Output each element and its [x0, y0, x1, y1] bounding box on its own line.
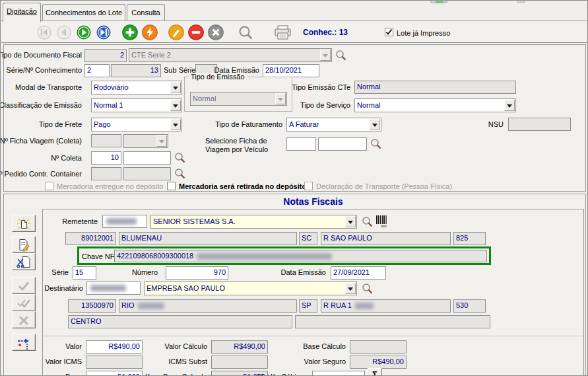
nsu-field[interactable] [508, 118, 571, 131]
remove-button[interactable] [188, 24, 203, 40]
nav-prev-button[interactable] [57, 25, 72, 40]
conhecimento-numero-field[interactable]: 13 [111, 64, 161, 77]
tab-digitacao[interactable]: Digitação [3, 3, 41, 22]
confirm-all-button[interactable] [12, 294, 36, 311]
destinatario-code-field[interactable] [86, 282, 141, 295]
coleta-desc-field[interactable] [123, 151, 171, 165]
valor-field[interactable]: R$490,00 [86, 340, 143, 354]
tab-conhecimentos-label: Conhecimentos do Lote [46, 9, 122, 17]
modal-transporte-combo[interactable]: Rodoviário [91, 81, 182, 94]
destinatario-endereco-field[interactable]: R RUA 1 [321, 299, 451, 313]
barcode-icon: ooc [376, 215, 389, 228]
valor-seguro-field[interactable]: R$490,00 [350, 356, 407, 369]
add-button[interactable] [122, 24, 137, 40]
destinatario-bairro-field[interactable]: CENTRO [68, 315, 292, 328]
destinatario-nome: EMPRESA SAO PAULO [147, 284, 344, 293]
tipo-emissao-cte-field[interactable]: Normal [354, 81, 516, 94]
sum-button[interactable]: Σ [368, 368, 382, 376]
search-button[interactable] [238, 24, 253, 40]
metros-cubicos-field[interactable] [312, 371, 365, 376]
mercadoria-entregue-checkbox[interactable] [45, 182, 53, 190]
cancel-button[interactable] [208, 24, 223, 40]
classificacao-emissao-combo[interactable]: Normal 1 [91, 98, 182, 112]
tipo-documento-fiscal-combo[interactable]: CTE Serie 2 [129, 48, 332, 62]
tipo-faturamento-combo[interactable]: A Faturar [286, 118, 381, 132]
serie-field[interactable]: 2 [84, 64, 110, 77]
remetente-combo[interactable]: SENIOR SISTEMAS S.A. [150, 215, 357, 229]
coleta-lookup-button[interactable] [174, 152, 186, 164]
pedido-container-field[interactable] [123, 167, 171, 180]
n-coleta-field[interactable]: 10 [91, 151, 121, 165]
pedido-container-code-field[interactable] [91, 167, 121, 180]
toolbar: Conhec.: 13 Lote já Impresso [1, 20, 587, 43]
base-calculo-field[interactable] [350, 340, 407, 354]
remetente-lookup-button[interactable] [362, 216, 374, 228]
declaracao-transporte-checkbox[interactable] [304, 182, 313, 190]
ficha-veiculo-field[interactable] [318, 137, 367, 151]
ficha-viagem-combo[interactable] [123, 134, 168, 148]
barcode-button[interactable]: ooc [376, 215, 387, 227]
valor-seguro-value: R$490,00 [372, 357, 404, 365]
mercadoria-retirada-checkbox[interactable] [167, 182, 176, 190]
chave-nfe-field[interactable]: 4221098068009300018 [114, 250, 487, 262]
edit-nota-button[interactable] [12, 236, 36, 253]
ficha-veiculo-lookup-button[interactable] [370, 138, 382, 150]
metros-cubicos-label: Metros Cúbicos [257, 373, 308, 376]
valor-icms-field[interactable] [86, 356, 143, 369]
valor-calculo-field[interactable]: R$490,00 [211, 340, 268, 354]
remetente-cidade-field[interactable]: BLUMENAU [119, 232, 297, 245]
transfer-button[interactable] [12, 334, 36, 351]
destinatario-complemento-field[interactable] [295, 315, 490, 328]
destinatario-cep-field[interactable]: 13500970 [68, 299, 116, 313]
destinatario-combo[interactable]: EMPRESA SAO PAULO [144, 282, 357, 295]
remetente-endereco-field[interactable]: R SAO PAULO [321, 232, 451, 245]
destinatario-lookup-button[interactable] [362, 283, 374, 295]
destinatario-cidade-field[interactable]: RIO [119, 299, 297, 313]
execute-button[interactable] [142, 24, 157, 40]
data-emissao-field[interactable]: 28/10/2021 [263, 64, 319, 77]
print-button[interactable] [273, 25, 293, 40]
search-icon [362, 216, 374, 228]
cutoff-button-fragment-2 [517, 1, 525, 3]
nf-data-emissao-value: 27/09/2021 [333, 268, 370, 276]
nav-last-button[interactable] [96, 25, 112, 40]
nav-first-button[interactable] [37, 25, 52, 40]
tipo-frete-combo[interactable]: Pago [91, 118, 182, 132]
tipo-documento-lookup-button[interactable] [335, 50, 347, 61]
mercadoria-entregue-label: Mercadoria entregue no depósito [57, 182, 163, 191]
nf-serie-label: Série [51, 268, 69, 277]
destinatario-numero-field[interactable]: 530 [453, 299, 486, 313]
remetente-code-field[interactable] [102, 215, 147, 228]
search-icon [174, 168, 186, 180]
tab-consulta[interactable]: Consulta [127, 4, 165, 21]
destinatario-uf-field[interactable]: SP [299, 299, 317, 313]
nav-next-button[interactable] [77, 25, 92, 40]
ficha-veiculo-code-field[interactable] [286, 137, 316, 151]
tab-conhecimentos-do-lote[interactable]: Conhecimentos do Lote [42, 4, 125, 21]
tipo-emissao-combo[interactable]: Normal [190, 92, 287, 106]
conhec-count: Conhec.: 13 [303, 28, 348, 37]
remetente-cep-field[interactable]: 89012001 [65, 232, 116, 245]
check-icon [16, 280, 31, 293]
cancel-nota-button[interactable] [12, 311, 36, 328]
tipo-documento-fiscal-code-field[interactable]: 2 [84, 49, 127, 62]
nf-numero-field[interactable]: 970 [166, 266, 228, 280]
confirm-button[interactable] [12, 277, 36, 294]
edit-button[interactable] [168, 24, 183, 40]
nf-serie-value: 15 [75, 268, 83, 276]
remetente-numero-field[interactable]: 825 [453, 232, 486, 245]
tipo-servico-combo[interactable]: Normal [354, 98, 516, 112]
pedido-container-lookup-button[interactable] [174, 168, 186, 180]
nf-serie-field[interactable]: 15 [73, 266, 96, 280]
tipo-emissao-cte-value: Normal [357, 83, 380, 91]
cut-nota-button[interactable] [12, 253, 36, 270]
lote-impresso-checkbox[interactable] [385, 28, 393, 36]
icms-subst-field[interactable] [211, 356, 268, 369]
chave-nfe-label: Chave NFe [82, 252, 119, 261]
classificacao-emissao-label: Classificação de Emissão [0, 101, 82, 110]
new-nota-button[interactable] [12, 215, 36, 232]
remetente-uf-field[interactable]: SC [299, 232, 317, 245]
ficha-viagem-code-field[interactable] [91, 134, 121, 147]
peso-field[interactable]: 51,000 [86, 371, 143, 376]
nf-data-emissao-field[interactable]: 27/09/2021 [331, 266, 386, 280]
